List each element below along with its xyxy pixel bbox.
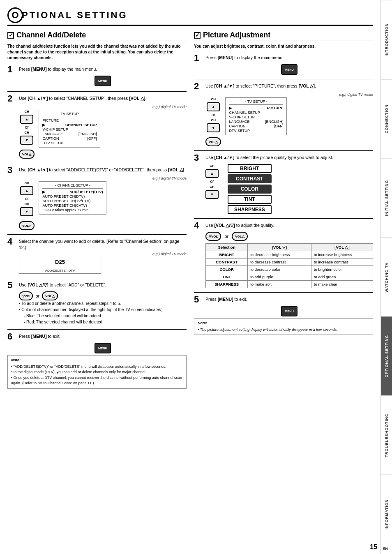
pic-step-2: 2 Use [CH ▲/▼] to select "PICTURE", then… bbox=[194, 82, 373, 146]
tv-setup-box-p2: - TV SETUP - PICTURE CHANNEL SETUP V-CHI… bbox=[225, 97, 287, 135]
picture-section: ✓ Picture Adjustment You can adjust brig… bbox=[194, 31, 373, 393]
channel-section: ✓ Channel Add/Delete The channel add/del… bbox=[7, 31, 187, 393]
checkbox-icon: ✓ bbox=[7, 32, 14, 39]
picture-desc: You can adjust brightness, contrast, col… bbox=[194, 44, 373, 49]
tint-btn: TINT bbox=[228, 195, 272, 204]
pic-step-4: 4 Use [VOL △/▽] to adjust the quality. ▽… bbox=[194, 221, 373, 288]
menu-btn-1: MENU bbox=[95, 76, 111, 86]
ch-down-btn-3[interactable] bbox=[20, 207, 33, 216]
ch-buttons-3: CH or CH VOL△ bbox=[19, 181, 35, 230]
picture-heading: ✓ Picture Adjustment bbox=[194, 31, 373, 41]
sidebar-tab-watching[interactable]: WATCHING TV bbox=[381, 238, 392, 317]
menu-button-area-p1: MENU bbox=[205, 64, 373, 75]
channel-step-4: 4 Select the channel you want to add or … bbox=[7, 237, 187, 274]
menu-btn-p1: MENU bbox=[281, 64, 297, 75]
step5-bullets: To add or delete another channels, repea… bbox=[19, 300, 187, 313]
menu-btn-6: MENU bbox=[95, 343, 111, 353]
vol-down-btn-p4[interactable]: ▽VOL bbox=[205, 232, 221, 241]
contrast-btn: CONTRAST bbox=[228, 174, 272, 183]
vol-up-btn-3[interactable]: VOL△ bbox=[19, 221, 35, 230]
step5-indent: Blue: The selected channel will be added… bbox=[24, 313, 187, 325]
vol-up-btn-5[interactable]: VOL△ bbox=[42, 291, 58, 300]
channel-heading: ✓ Channel Add/Delete bbox=[7, 31, 187, 41]
add-delete-label: ADD/DELETE : DTV bbox=[19, 268, 101, 274]
channel-note-box: Note: "ADD/DELETE(DTV)" or "ADD/DELETE" … bbox=[7, 355, 187, 389]
channel-step-1: 1 Press [MENU] to display the main menu.… bbox=[7, 65, 187, 87]
header-circle: O bbox=[7, 7, 23, 23]
right-sidebar: INTRODUCTION CONNECTION INITIAL SETTING … bbox=[380, 0, 392, 554]
ch-up-btn-p2[interactable] bbox=[207, 102, 220, 111]
channel-desc: The channel add/delete function lets you… bbox=[7, 44, 187, 61]
sidebar-tab-troubleshooting[interactable]: TROUBLESHOOTING bbox=[381, 396, 392, 475]
tv-setup-box-2: - TV SETUP - PICTURE CHANNEL SETUP V-CHI… bbox=[39, 110, 100, 148]
channel-step-3: 3 Use [CH ▲/▼] to select "ADD/DELETE(DTV… bbox=[7, 166, 187, 230]
bright-btn: BRIGHT bbox=[228, 164, 272, 173]
sidebar-tab-optional[interactable]: OPTIONAL SETTING bbox=[381, 316, 392, 396]
channel-step-6: 6 Press [MENU] to exit. MENU Note: "ADD/… bbox=[7, 332, 187, 389]
ch-buttons-2: CH or CH VOL△ bbox=[19, 110, 35, 159]
ch-up-btn-3[interactable] bbox=[20, 186, 33, 195]
menu-button-area-1: MENU bbox=[19, 76, 187, 87]
ch-up-btn-p3[interactable] bbox=[205, 169, 219, 178]
sharpness-btn: SHARPNESS bbox=[228, 205, 272, 214]
ch-buttons-p2: CH or CH VOL△ bbox=[205, 97, 221, 146]
quality-buttons: BRIGHT CONTRAST COLOR TINT SHARPNESS bbox=[228, 164, 272, 214]
table-row: SHARPNESS to make soft to make clear bbox=[206, 281, 373, 288]
sidebar-tab-information[interactable]: INFORMATION bbox=[381, 475, 392, 554]
sidebar-tab-connection[interactable]: CONNECTION bbox=[381, 79, 392, 159]
sidebar-tab-initial[interactable]: INITIAL SETTING bbox=[381, 158, 392, 238]
table-row: BRIGHT to decrease brightness to increas… bbox=[206, 251, 373, 259]
ch-buttons-p3: CH or CH bbox=[205, 164, 219, 199]
vol-down-btn-5[interactable]: ▽VOL bbox=[19, 291, 33, 300]
header-title: PTIONAL SETTING bbox=[22, 10, 128, 21]
channel-step-5: 5 Use [VOL △/▽] to select "ADD" or "DELE… bbox=[7, 281, 187, 325]
ch-up-btn-2[interactable] bbox=[20, 115, 33, 124]
ch-down-btn-p3[interactable] bbox=[205, 190, 219, 199]
vol-up-btn-p4[interactable]: VOL△ bbox=[232, 232, 247, 241]
adjustment-table: Selection [VOL ▽] [VOL △] BRIGHT to decr… bbox=[205, 243, 373, 288]
color-btn: COLOR bbox=[228, 185, 272, 194]
page-header: O PTIONAL SETTING bbox=[7, 7, 373, 26]
ch-down-btn-2[interactable] bbox=[20, 136, 33, 145]
sidebar-tab-introduction[interactable]: INTRODUCTION bbox=[381, 0, 392, 79]
menu-button-area-6: MENU bbox=[19, 343, 187, 353]
channel-setup-box-3: - CHANNEL SETUP - ADD/DELETE(DTV) AUTO P… bbox=[39, 181, 106, 215]
pic-step-1: 1 Press [MENU] to display the main menu.… bbox=[194, 53, 373, 75]
pic-step-5: 5 Press [MENU] to exit. MENU Note: The p… bbox=[194, 295, 373, 335]
ch-down-btn-p2[interactable] bbox=[207, 123, 220, 132]
vol-up-btn-p2[interactable]: VOL△ bbox=[205, 137, 221, 146]
vol-up-btn-2[interactable]: VOL△ bbox=[19, 150, 35, 159]
table-row: TINT to add purple to add green bbox=[206, 273, 373, 281]
checkbox-icon-pic: ✓ bbox=[194, 32, 201, 39]
pic-step-3: 3 Use [CH ▲/▼] to select the picture qua… bbox=[194, 153, 373, 214]
d25-box: D25 bbox=[19, 257, 101, 267]
page-number: 15 bbox=[370, 543, 377, 551]
channel-step-2: 2 Use [CH ▲/▼] to select "CHANNEL SETUP"… bbox=[7, 94, 187, 159]
menu-btn-p5: MENU bbox=[281, 306, 297, 316]
menu-button-area-p5: MENU bbox=[205, 306, 373, 316]
table-row: COLOR to decrease color to brighten colo… bbox=[206, 266, 373, 273]
picture-note-box: Note: The picture adjustment setting dis… bbox=[194, 318, 373, 335]
en-label: EN bbox=[383, 547, 388, 551]
table-row: CONTRAST to decrease contrast to increas… bbox=[206, 259, 373, 266]
